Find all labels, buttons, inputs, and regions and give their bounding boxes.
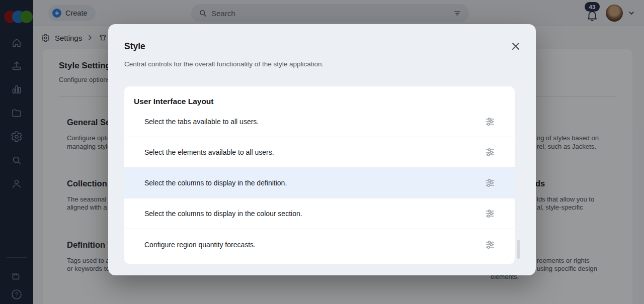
sliders-icon[interactable]: [485, 147, 495, 157]
settings-row-list: Select the tabs available to all users. …: [124, 107, 515, 260]
sliders-icon[interactable]: [485, 240, 495, 250]
sliders-icon[interactable]: [485, 178, 495, 188]
settings-row[interactable]: Select the columns to display in the col…: [124, 198, 515, 229]
settings-row-label: Configure region quantity forecasts.: [144, 241, 485, 249]
settings-row-label: Select the columns to display in the def…: [144, 179, 485, 187]
settings-row[interactable]: Select the elements available to all use…: [124, 137, 515, 168]
settings-row-label: Select the tabs available to all users.: [144, 118, 485, 126]
sliders-icon[interactable]: [485, 209, 495, 219]
ui-layout-card: User Interface Layout Select the tabs av…: [124, 86, 515, 264]
app-window: ? + Create 43 Settings: [0, 0, 644, 304]
settings-row-label: Select the columns to display in the col…: [144, 210, 485, 218]
scrollbar-thumb[interactable]: [517, 240, 520, 259]
settings-row[interactable]: Configure region quantity forecasts.: [124, 229, 515, 260]
style-modal: Style Central controls for the overall f…: [108, 24, 536, 275]
card-heading: User Interface Layout: [124, 86, 515, 107]
modal-description: Central controls for the overall functio…: [124, 60, 324, 68]
settings-row[interactable]: Select the columns to display in the def…: [124, 168, 515, 198]
settings-row-label: Select the elements available to all use…: [144, 148, 485, 156]
settings-row[interactable]: Select the tabs available to all users.: [124, 107, 515, 137]
modal-title: Style: [124, 41, 145, 52]
sliders-icon[interactable]: [485, 117, 495, 127]
close-icon[interactable]: [511, 41, 521, 51]
